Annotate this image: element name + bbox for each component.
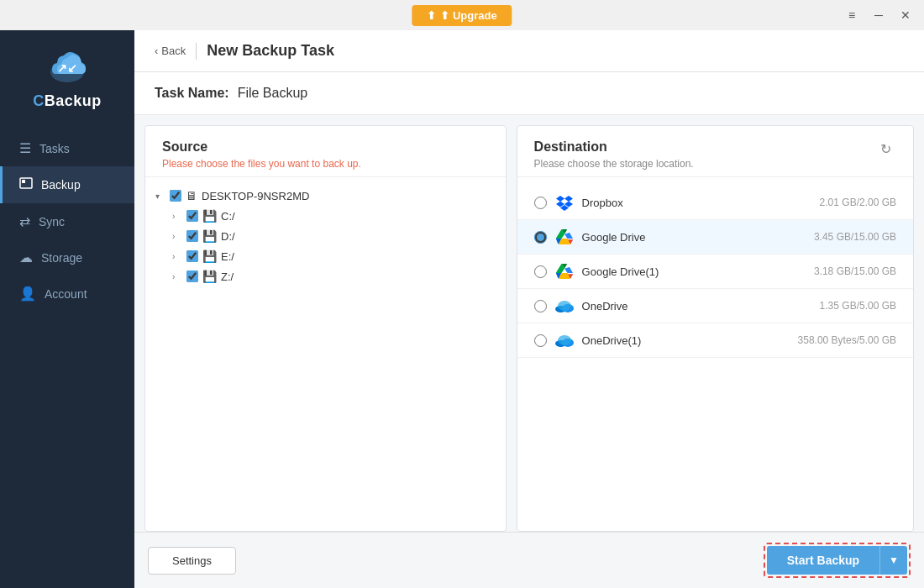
start-backup-dropdown-button[interactable]: ▼ (879, 546, 907, 575)
svg-text:↗: ↗ (57, 61, 67, 75)
tree-item-c[interactable]: › 💾 C:/ (162, 206, 506, 226)
dest-name-gdrive: Google Drive (582, 231, 806, 244)
dropbox-icon (555, 193, 574, 212)
storage-icon: ☁ (19, 249, 33, 265)
tree-children: › 💾 C:/ › 💾 D:/ › (145, 206, 506, 286)
onedrive-icon (555, 297, 574, 315)
dest-item-gdrive[interactable]: Google Drive 3.45 GB/15.00 GB (517, 220, 913, 255)
sidebar-logo: ↗ ↙ CBackup (33, 45, 102, 110)
sidebar-item-account[interactable]: 👤 Account (0, 276, 134, 312)
sidebar-nav: ☰ Tasks Backup ⇄ Sync ☁ (0, 130, 134, 312)
dest-item-onedrive[interactable]: OneDrive 1.35 GB/5.00 GB (517, 289, 913, 323)
dest-name-onedrive: OneDrive (582, 300, 811, 312)
tree-root-item[interactable]: ▾ 🖥 DESKTOP-9NSR2MD (145, 186, 506, 206)
destination-panel-title: Destination (534, 139, 694, 155)
radio-onedrive[interactable] (534, 300, 547, 312)
dest-storage-gdrive: 3.45 GB/15.00 GB (814, 231, 896, 243)
radio-dropbox[interactable] (534, 197, 547, 209)
drive-icon-e: 💾 (202, 249, 217, 263)
destination-panel-body: Dropbox 2.01 GB/2.00 GB (517, 177, 913, 531)
menu-button[interactable]: ≡ (840, 6, 864, 24)
upgrade-button[interactable]: ⬆ ⬆ Upgrade (412, 5, 512, 26)
radio-gdrive[interactable] (534, 231, 547, 244)
svg-point-7 (558, 301, 571, 311)
task-name-label: Task Name: (155, 86, 229, 101)
refresh-button[interactable]: ↻ (875, 139, 896, 159)
source-panel-body: ▾ 🖥 DESKTOP-9NSR2MD › 💾 C:/ (145, 177, 506, 531)
dest-storage-onedrive1: 358.00 Bytes/5.00 GB (798, 334, 896, 346)
tree-item-d[interactable]: › 💾 D:/ (162, 226, 506, 246)
dest-header-text: Destination Please choose the storage lo… (534, 139, 694, 170)
back-button[interactable]: ‹ Back (155, 45, 186, 57)
drive-icon-d: 💾 (202, 229, 217, 243)
panels: Source Please choose the files you want … (144, 125, 914, 532)
logo-icon: ↗ ↙ (45, 45, 89, 89)
tasks-icon: ☰ (19, 140, 31, 156)
tree-checkbox-root[interactable] (170, 190, 181, 202)
svg-rect-4 (22, 180, 25, 183)
destination-panel-header: Destination Please choose the storage lo… (517, 126, 913, 177)
topbar-divider (196, 43, 197, 60)
computer-icon: 🖥 (186, 189, 197, 202)
source-panel: Source Please choose the files you want … (144, 125, 507, 532)
logo-c: C (33, 92, 45, 109)
toggle-c: › (172, 212, 182, 221)
tree-item-z[interactable]: › 💾 Z:/ (162, 266, 506, 286)
backup-label: Backup (41, 178, 81, 192)
tree-toggle-root: ▾ (155, 192, 165, 201)
dest-storage-gdrive1: 3.18 GB/15.00 GB (814, 265, 896, 277)
radio-gdrive1[interactable] (534, 265, 547, 278)
checkbox-c[interactable] (186, 210, 198, 222)
dest-item-onedrive1[interactable]: OneDrive(1) 358.00 Bytes/5.00 GB (517, 323, 913, 358)
start-backup-group: Start Backup ▼ (764, 543, 911, 578)
dest-item-dropbox[interactable]: Dropbox 2.01 GB/2.00 GB (517, 186, 913, 220)
task-name-row: Task Name: File Backup (134, 72, 924, 115)
label-d: D:/ (221, 230, 235, 243)
svg-text:↙: ↙ (67, 61, 77, 75)
checkbox-e[interactable] (186, 250, 198, 262)
label-c: C:/ (221, 210, 235, 223)
destination-panel-subtitle: Please choose the storage location. (534, 158, 694, 170)
upgrade-label: ⬆ Upgrade (440, 9, 496, 22)
drive-icon-c: 💾 (202, 209, 217, 223)
source-panel-subtitle: Please choose the files you want to back… (162, 158, 489, 170)
source-panel-title: Source (162, 139, 489, 155)
logo-backup-text: Backup (45, 92, 102, 109)
onedrive1-icon (555, 331, 574, 349)
label-z: Z:/ (221, 270, 234, 283)
sidebar-item-backup[interactable]: Backup (0, 166, 134, 203)
back-arrow-icon: ‹ (155, 45, 158, 57)
subtitle-colored: you want to back up. (269, 158, 361, 170)
settings-button[interactable]: Settings (148, 547, 236, 575)
checkbox-z[interactable] (186, 270, 198, 282)
tasks-label: Tasks (39, 142, 70, 155)
svg-point-10 (558, 335, 571, 345)
drive-icon-z: 💾 (202, 270, 217, 283)
close-button[interactable]: ✕ (894, 6, 917, 24)
topbar: ‹ Back New Backup Task (134, 30, 924, 72)
dest-item-gdrive1[interactable]: Google Drive(1) 3.18 GB/15.00 GB (517, 255, 913, 289)
bottom-bar: Settings Start Backup ▼ (134, 532, 924, 588)
dest-storage-dropbox: 2.01 GB/2.00 GB (820, 197, 896, 208)
dest-name-onedrive1: OneDrive(1) (582, 334, 790, 347)
minimize-button[interactable]: ─ (867, 6, 890, 24)
sync-icon: ⇄ (19, 213, 30, 229)
backup-icon (19, 176, 33, 193)
toggle-e: › (172, 252, 182, 261)
sidebar-item-tasks[interactable]: ☰ Tasks (0, 130, 134, 166)
tree-item-e[interactable]: › 💾 E:/ (162, 246, 506, 266)
start-backup-button[interactable]: Start Backup (767, 546, 879, 575)
label-e: E:/ (221, 250, 234, 263)
upgrade-icon: ⬆ (427, 9, 436, 22)
titlebar: ⬆ ⬆ Upgrade ≡ ─ ✕ (0, 0, 924, 30)
sidebar-item-sync[interactable]: ⇄ Sync (0, 203, 134, 239)
page-title: New Backup Task (207, 42, 334, 60)
dest-name-dropbox: Dropbox (582, 197, 811, 209)
content: ‹ Back New Backup Task Task Name: File B… (134, 30, 924, 588)
source-panel-header: Source Please choose the files you want … (145, 126, 506, 177)
account-label: Account (45, 287, 87, 301)
main-wrapper: ↗ ↙ CBackup ☰ Tasks Backup (0, 30, 924, 588)
checkbox-d[interactable] (186, 230, 198, 242)
sidebar-item-storage[interactable]: ☁ Storage (0, 239, 134, 276)
radio-onedrive1[interactable] (534, 334, 547, 347)
